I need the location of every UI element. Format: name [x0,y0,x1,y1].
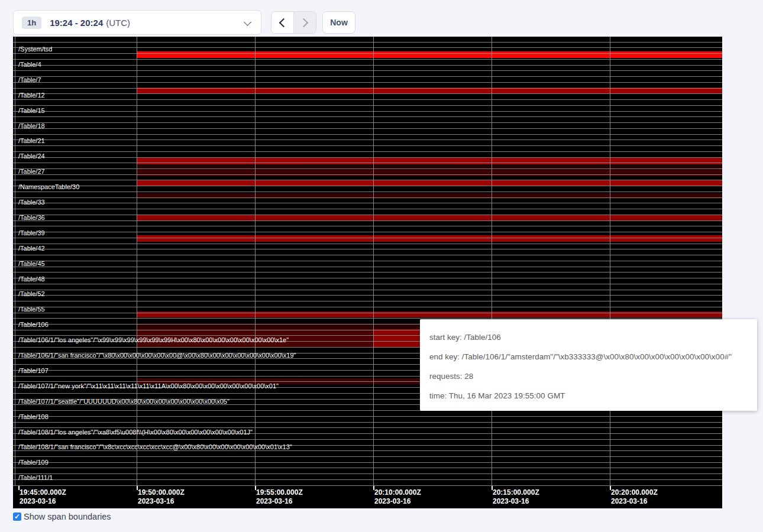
key-row-label: /Table/108 [18,413,49,421]
axis-tick-label: 20:20:00.000Z2023-03-16 [611,488,658,506]
key-row-label: /Table/15 [18,106,45,115]
heat-band[interactable] [137,235,722,242]
time-gridline [373,37,374,486]
key-row-label: /Table/108/1/"san francisco"/"\x8c\xcc\x… [18,443,292,451]
timezone-label: (UTC) [106,18,130,28]
key-row-label: /Table/4 [18,60,41,69]
tooltip-time: time: Thu, 16 Mar 2023 19:55:00 GMT [429,391,748,401]
key-row-label: /Table/106/1/"san francisco"/"\x80\x00\x… [18,351,296,359]
show-span-boundaries-label: Show span boundaries [24,512,111,521]
chevron-right-icon [299,18,309,27]
heat-band[interactable] [137,312,722,317]
key-row-label: /Table/27 [18,167,45,176]
prev-time-button[interactable] [271,12,293,33]
key-row-label: /Table/7 [18,76,41,84]
chevron-left-icon [279,18,289,27]
span-tooltip: start key: /Table/106 end key: /Table/10… [420,319,757,411]
key-row-label: /Table/52 [18,290,45,298]
time-gridline [610,37,610,486]
axis-tick-label: 20:10:00.000Z2023-03-16 [374,488,421,506]
chevron-down-icon [244,18,251,26]
key-row-label: /Table/108/1/"los angeles"/"\xa8\xf5\u00… [18,428,253,436]
heat-band[interactable] [137,158,722,164]
heat-band[interactable] [137,341,373,348]
key-row-label: /Table/18 [18,122,45,130]
time-range-selector[interactable]: 1h 19:24 - 20:24 (UTC) [13,10,261,35]
key-row-label: /Table/36 [18,213,45,222]
key-row-label: /Table/55 [18,305,45,313]
heat-band[interactable] [137,215,722,220]
key-row-label: /Table/111/1 [18,473,53,482]
key-row-label: /NamespaceTable/30 [18,183,79,191]
time-gridline [15,37,15,486]
key-row-label: /Table/24 [18,152,45,160]
heat-band[interactable] [137,164,722,170]
key-row-label: /Table/42 [18,244,45,252]
heatmap-canvas[interactable]: /System/tsd/Table/4/Table/7/Table/12/Tab… [13,37,722,486]
time-gridline [137,37,137,486]
heat-band[interactable] [137,193,722,199]
checkmark-icon: ✓ [14,513,20,520]
tooltip-end-key: end key: /Table/106/1/"amsterdam"/"\xb33… [429,352,748,362]
key-row-label: /Table/109 [18,458,49,466]
time-axis: 19:45:00.000Z2023-03-1619:50:00.000Z2023… [13,486,722,508]
time-range-label: 19:24 - 20:24 [50,18,103,28]
key-row-label: /Table/12 [18,91,45,99]
tooltip-start-key: start key: /Table/106 [429,332,748,343]
key-row-label: /Table/107/1/"seattle"/"UUUUUUD\x00\x80\… [18,397,229,406]
axis-tick-label: 19:45:00.000Z2023-03-16 [20,488,66,506]
key-row-label: /Table/33 [18,198,45,206]
span-boundary-grid [13,37,722,486]
footer-controls: ✓ Show span boundaries [13,512,111,521]
time-gridline [255,37,256,486]
key-row-label: /Table/45 [18,259,45,268]
heat-band[interactable] [137,335,373,341]
time-nav-group [271,11,316,34]
key-row-label: /Table/39 [18,229,45,237]
axis-tick-label: 19:55:00.000Z2023-03-16 [256,488,303,506]
key-row-label: /Table/48 [18,275,45,283]
show-span-boundaries-checkbox[interactable]: ✓ [13,512,21,521]
time-gridline [492,37,492,486]
key-row-label: /System/tsd [18,45,52,53]
heat-band[interactable] [137,329,373,335]
axis-tick-label: 20:15:00.000Z2023-03-16 [493,488,539,506]
heat-band[interactable] [137,180,722,186]
now-button[interactable]: Now [322,11,355,34]
heat-band[interactable] [137,51,722,58]
key-row-label: /Table/107 [18,366,49,375]
heat-band[interactable] [137,87,722,93]
tooltip-requests: requests: 28 [429,371,748,382]
next-time-button-disabled[interactable] [293,12,316,33]
axis-tick-label: 19:50:00.000Z2023-03-16 [138,488,185,506]
key-row-label: /Table/106 [18,320,49,329]
heat-band[interactable] [137,170,722,176]
key-row-label: /Table/21 [18,137,45,145]
duration-badge: 1h [22,17,41,29]
